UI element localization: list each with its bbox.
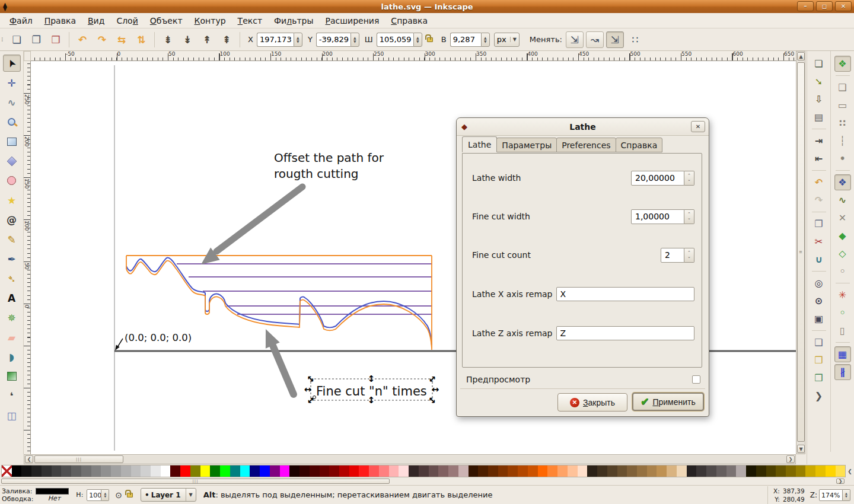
fill-color-swatch[interactable] <box>36 488 69 495</box>
palette-scrollbar[interactable]: ||| ❯ <box>0 478 854 485</box>
palette-swatch[interactable] <box>518 465 528 477</box>
box3d-tool[interactable] <box>3 152 21 170</box>
calligraphy-tool[interactable]: ➴ <box>3 270 21 287</box>
eraser-tool[interactable]: ▰ <box>3 328 21 346</box>
close-button[interactable]: ✕ <box>835 1 852 11</box>
connector-tool[interactable]: ◫ <box>3 407 21 424</box>
palette-swatch[interactable] <box>101 465 111 477</box>
scroll-right-icon[interactable]: ❯ <box>786 455 795 463</box>
palette-swatch[interactable] <box>111 465 121 477</box>
layer-lock-icon[interactable] <box>127 493 133 497</box>
selection-handle-w[interactable]: ↔ <box>304 384 312 395</box>
text-tool[interactable]: A <box>3 289 21 307</box>
print-button[interactable]: ▤ <box>811 109 827 125</box>
palette-swatch[interactable] <box>121 465 131 477</box>
clone-button[interactable]: ❒ <box>811 352 827 368</box>
layer-visibility-icon[interactable]: ⊙ <box>115 490 122 500</box>
horizontal-scrollbar[interactable]: ❮ ||| ❯ <box>24 454 796 464</box>
snap-bbox-edges-toggle[interactable]: ▭ <box>834 97 851 113</box>
palette-swatch[interactable] <box>299 465 310 477</box>
select-all-layers-button[interactable]: ❐ <box>27 31 45 48</box>
annotation-text-line1[interactable]: Offset the path for <box>274 151 384 165</box>
duplicate-button[interactable]: ❑ <box>811 334 827 350</box>
pencil-tool[interactable]: ✎ <box>3 231 21 248</box>
dropper-tool[interactable]: ❛ <box>3 387 21 404</box>
unlink-clone-button[interactable]: ❒ <box>811 370 827 386</box>
menu-Расширения[interactable]: Расширения <box>320 14 385 27</box>
palette-swatch[interactable] <box>627 465 637 477</box>
palette-swatch[interactable] <box>716 465 726 477</box>
palette-swatch[interactable] <box>458 465 469 477</box>
palette-swatch[interactable] <box>409 465 419 477</box>
vertical-scroll-thumb[interactable]: ≡ <box>797 62 805 442</box>
affect-transform-toggle[interactable]: ↝ <box>586 31 604 48</box>
snap-cusp-nodes-toggle[interactable]: ◆ <box>834 228 851 244</box>
stroke-value[interactable]: Нет <box>36 495 72 502</box>
snap-intersections-toggle[interactable]: ✕ <box>834 210 851 226</box>
x-field[interactable]: 197,173▲▼ <box>257 33 302 47</box>
width-field[interactable]: 105,059▲▼ <box>377 33 422 47</box>
palette-swatch[interactable] <box>776 465 786 477</box>
palette-swatch[interactable] <box>42 465 52 477</box>
paste-button[interactable]: ∪ <box>811 251 827 267</box>
flip-vertical-button[interactable]: ⇅ <box>132 31 150 48</box>
dialog-tab-Lathe[interactable]: Lathe <box>462 136 497 152</box>
palette-swatch[interactable] <box>815 465 826 477</box>
palette-swatch[interactable] <box>726 465 737 477</box>
dialog-tab-Параметры[interactable]: Параметры <box>496 138 557 152</box>
snap-grid-toggle[interactable]: ▦ <box>834 346 851 362</box>
snap-object-centers-toggle[interactable]: ✳ <box>834 287 851 303</box>
palette-swatch[interactable] <box>826 465 836 477</box>
copy-button[interactable]: ❐ <box>811 216 827 232</box>
zoom-page-button[interactable]: ▣ <box>811 311 827 327</box>
raise-button[interactable]: ↟ <box>198 31 216 48</box>
opacity-field[interactable]: 100▲▼ <box>87 489 109 501</box>
star-tool[interactable]: ★ <box>3 192 21 209</box>
cut-pass-lines[interactable] <box>177 264 432 314</box>
palette-swatch[interactable] <box>240 465 250 477</box>
palette-swatch[interactable] <box>538 465 548 477</box>
palette-swatch[interactable] <box>12 465 22 477</box>
palette-swatch[interactable] <box>52 465 62 477</box>
lathe-width-field[interactable]: 20,00000⌃⌄ <box>631 171 694 186</box>
layer-selector[interactable]: • Layer 1 ▼ <box>141 488 196 502</box>
origin-label[interactable]: (0.0; 0.0; 0.0) <box>125 332 192 343</box>
menu-Вид[interactable]: Вид <box>82 14 110 27</box>
palette-swatch[interactable] <box>250 465 260 477</box>
scroll-up-icon[interactable]: ▲ <box>797 52 805 60</box>
palette-swatch[interactable] <box>329 465 339 477</box>
palette-swatch[interactable] <box>230 465 240 477</box>
palette-swatch[interactable] <box>180 465 190 477</box>
palette-swatch[interactable] <box>280 465 290 477</box>
dialog-tab-Preferences[interactable]: Preferences <box>556 138 616 152</box>
palette-swatch[interactable] <box>508 465 518 477</box>
snap-bbox-corners-toggle[interactable]: ∷ <box>834 115 851 131</box>
zoom-field[interactable]: 174%▲▼ <box>819 489 850 501</box>
menu-Объект[interactable]: Объект <box>144 14 189 27</box>
open-document-button[interactable]: ➘ <box>811 74 827 90</box>
cut-button[interactable]: ✂ <box>811 234 827 250</box>
snap-paths-toggle[interactable]: ∿ <box>834 192 851 208</box>
palette-swatch[interactable] <box>151 465 161 477</box>
snap-nodes-toggle[interactable]: ❖ <box>834 174 851 190</box>
palette-swatch[interactable] <box>687 465 697 477</box>
zoom-selection-button[interactable]: ◎ <box>811 275 827 291</box>
snap-smooth-nodes-toggle[interactable]: ◇ <box>834 245 851 261</box>
palette-swatch[interactable] <box>796 465 806 477</box>
palette-swatch[interactable] <box>836 465 846 477</box>
palette-swatch[interactable] <box>131 465 141 477</box>
palette-swatch[interactable] <box>141 465 151 477</box>
commands-overflow-button[interactable]: ❯ <box>811 388 827 404</box>
fine-cut-width-field[interactable]: 1,00000⌃⌄ <box>631 209 694 224</box>
palette-swatch[interactable] <box>488 465 498 477</box>
menu-Контур[interactable]: Контур <box>189 14 232 27</box>
palette-swatch[interactable] <box>617 465 627 477</box>
palette-swatch[interactable] <box>756 465 766 477</box>
toolbar-grip[interactable]: ⁞ <box>1 37 6 42</box>
palette-swatch[interactable] <box>706 465 716 477</box>
selection-handle-n[interactable]: ↕ <box>368 374 375 384</box>
snap-midpoints-toggle[interactable]: ◦ <box>834 263 851 279</box>
palette-swatch[interactable] <box>289 465 299 477</box>
import-button[interactable]: ⇥ <box>811 133 827 149</box>
palette-swatch[interactable] <box>220 465 230 477</box>
